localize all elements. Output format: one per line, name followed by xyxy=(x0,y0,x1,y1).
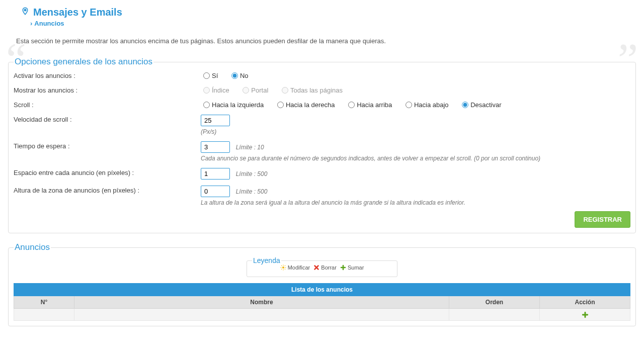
input-wait[interactable] xyxy=(201,141,230,153)
help-height: La altura de la zona será igual a la alt… xyxy=(201,199,630,206)
radio-show-portal[interactable]: Portal xyxy=(240,86,268,94)
page-title: Mensajes y Emails xyxy=(21,6,640,19)
table-title: Lista de los anuncios xyxy=(14,284,630,296)
svg-rect-8 xyxy=(284,265,285,266)
svg-rect-4 xyxy=(280,268,281,268)
radio-show-index[interactable]: Índice xyxy=(201,86,229,94)
limit-gap: Límite : 500 xyxy=(236,170,268,178)
radio-activate-yes[interactable]: Sí xyxy=(201,72,218,79)
panel-legend-2: Anuncios xyxy=(14,242,51,252)
col-order: Orden xyxy=(449,296,540,309)
radio-group-scroll: Hacia la izquierda Hacia la derecha Haci… xyxy=(201,100,630,109)
pin-icon xyxy=(21,6,29,19)
announcements-table: Lista de los anuncios N° Nombre Orden Ac… xyxy=(14,283,630,321)
label-wait: Tiempo de espera : xyxy=(14,141,201,150)
gear-icon xyxy=(280,264,286,271)
legend-add: Sumar xyxy=(340,264,364,271)
help-wait: Cada anuncio se para durante el número d… xyxy=(201,155,630,162)
svg-rect-6 xyxy=(281,265,282,266)
radio-scroll-left[interactable]: Hacia la izquierda xyxy=(201,101,264,109)
svg-rect-3 xyxy=(283,270,283,271)
x-icon xyxy=(313,264,319,271)
input-speed[interactable] xyxy=(201,115,230,126)
intro-text: Esta sección te permite mostrar los anun… xyxy=(16,35,628,45)
col-num: N° xyxy=(14,296,74,309)
radio-scroll-off[interactable]: Desactivar xyxy=(459,101,501,109)
radio-scroll-down[interactable]: Hacia abajo xyxy=(403,101,449,109)
label-height: Altura de la zona de anuncios (en píxele… xyxy=(14,186,201,194)
label-speed: Velocidad de scroll : xyxy=(14,115,201,123)
limit-height: Límite : 500 xyxy=(236,188,268,195)
plus-icon xyxy=(582,311,589,318)
chevron-right-icon: › xyxy=(30,20,32,27)
svg-point-0 xyxy=(24,9,26,11)
col-name: Nombre xyxy=(74,296,449,309)
radio-show-all[interactable]: Todas las páginas xyxy=(279,86,343,94)
breadcrumb-label: Anuncios xyxy=(34,20,64,27)
panel-announcements: Anuncios Leyenda Modificar Borrar Sumar … xyxy=(8,242,636,326)
svg-rect-9 xyxy=(281,269,282,270)
unit-speed: (Px/s) xyxy=(201,128,630,135)
radio-activate-no[interactable]: No xyxy=(229,72,249,79)
panel-general-options: Opciones generales de los anuncios Activ… xyxy=(8,57,636,233)
legend-box: Leyenda Modificar Borrar Sumar xyxy=(247,256,397,277)
radio-scroll-right[interactable]: Hacia la derecha xyxy=(275,101,335,109)
legend-delete: Borrar xyxy=(313,264,337,271)
page-title-text: Mensajes y Emails xyxy=(33,7,122,18)
svg-rect-7 xyxy=(284,269,285,270)
table-row xyxy=(14,309,630,321)
legend-box-title: Leyenda xyxy=(252,256,281,264)
label-scroll: Scroll : xyxy=(14,100,201,109)
label-activate: Activar los anuncios : xyxy=(14,71,201,79)
radio-scroll-up[interactable]: Hacia arriba xyxy=(346,101,392,109)
input-height[interactable] xyxy=(201,186,230,197)
legend-modify: Modificar xyxy=(280,264,310,271)
radio-group-activate: Sí No xyxy=(201,71,630,79)
label-show: Mostrar los anuncios : xyxy=(14,85,201,94)
limit-wait: Límite : 10 xyxy=(236,144,264,151)
svg-rect-5 xyxy=(285,268,286,268)
radio-group-show: Índice Portal Todas las páginas xyxy=(201,85,630,94)
submit-button[interactable]: REGISTRAR xyxy=(575,211,630,228)
input-gap[interactable] xyxy=(201,168,230,180)
add-announcement-button[interactable] xyxy=(582,311,589,318)
svg-point-1 xyxy=(282,267,284,269)
breadcrumb[interactable]: ›Anuncios xyxy=(30,20,640,27)
col-action: Acción xyxy=(540,296,630,309)
plus-icon xyxy=(340,264,346,271)
panel-legend: Opciones generales de los anuncios xyxy=(14,57,153,67)
label-gap: Espacio entre cada anuncio (en píxeles) … xyxy=(14,168,201,176)
svg-rect-2 xyxy=(283,265,283,266)
